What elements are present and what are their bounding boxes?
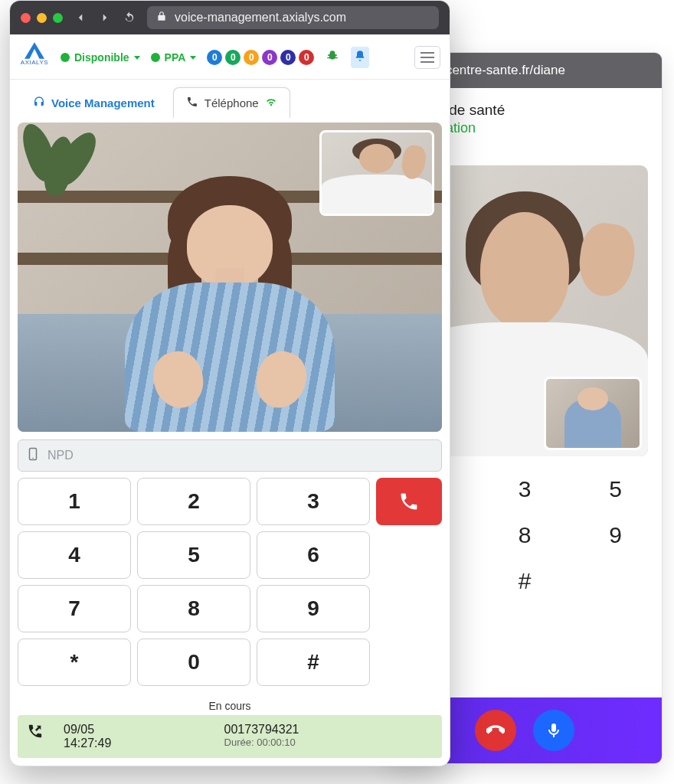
traffic-lights[interactable] xyxy=(21,13,63,23)
pip-video xyxy=(319,130,434,216)
back-pip-video xyxy=(544,377,642,450)
outgoing-call-icon xyxy=(27,723,64,743)
minimize-icon[interactable] xyxy=(37,13,47,23)
key-8[interactable]: 8 xyxy=(137,585,250,632)
call-time: 14:27:49 xyxy=(64,737,224,750)
key-9[interactable]: 9 xyxy=(257,585,370,632)
tab-voice-management[interactable]: Voice Management xyxy=(21,87,167,118)
key-9[interactable]: 9 xyxy=(591,522,640,548)
menu-button[interactable] xyxy=(414,46,440,69)
key-6[interactable]: 6 xyxy=(257,531,370,579)
reload-icon[interactable] xyxy=(123,11,136,24)
status-dot-icon xyxy=(61,53,70,62)
url-bar[interactable]: voice-management.axialys.com xyxy=(147,6,439,29)
status-available-label: Disponible xyxy=(74,51,129,64)
status-ppa[interactable]: PPA xyxy=(151,51,197,64)
key-1[interactable]: 1 xyxy=(18,478,131,525)
key-hash[interactable]: # xyxy=(257,639,370,686)
svg-point-1 xyxy=(32,458,34,459)
bug-icon[interactable] xyxy=(325,48,340,67)
key-0[interactable]: 0 xyxy=(137,639,250,686)
key-5[interactable]: 5 xyxy=(137,531,250,579)
wifi-icon xyxy=(265,96,277,110)
lock-icon xyxy=(156,11,167,24)
phone-icon xyxy=(186,96,198,110)
brand-logo[interactable]: AXIALYS xyxy=(19,42,50,73)
key-5[interactable]: 5 xyxy=(591,476,640,502)
notification-icon[interactable] xyxy=(351,47,369,68)
badge-5[interactable]: 0 xyxy=(299,50,314,65)
device-icon xyxy=(26,446,40,466)
key-hash[interactable]: # xyxy=(500,568,550,594)
key-3[interactable]: 3 xyxy=(500,476,550,502)
status-available[interactable]: Disponible xyxy=(61,51,140,64)
key-8[interactable]: 8 xyxy=(500,522,550,548)
url-text: voice-management.axialys.com xyxy=(175,11,346,24)
call-duration-value: 00:00:10 xyxy=(257,737,296,748)
badge-0[interactable]: 0 xyxy=(207,50,222,65)
key-2[interactable]: 2 xyxy=(137,478,250,525)
key-7[interactable]: 7 xyxy=(18,585,131,632)
main-tabs: Voice Management Téléphone xyxy=(10,80,450,118)
badge-2[interactable]: 0 xyxy=(244,50,259,65)
status-dot-icon xyxy=(151,53,160,62)
fullscreen-icon[interactable] xyxy=(53,13,63,23)
key-3[interactable]: 3 xyxy=(257,478,370,525)
headset-icon xyxy=(33,96,45,110)
mic-button[interactable] xyxy=(533,710,574,751)
tab-voice-label: Voice Management xyxy=(51,96,155,109)
close-icon[interactable] xyxy=(21,13,31,23)
dialpad: 1 2 3 4 5 6 7 8 9 * 0 # xyxy=(18,478,370,686)
app-toolbar: AXIALYS Disponible PPA 0 0 0 0 0 0 xyxy=(10,34,450,80)
hangup-button[interactable] xyxy=(376,478,442,525)
chevron-down-icon xyxy=(190,56,196,60)
call-duration-label: Durée: xyxy=(224,737,254,748)
dial-input[interactable]: NPD xyxy=(18,439,442,472)
badge-3[interactable]: 0 xyxy=(262,50,277,65)
call-number: 00173794321 xyxy=(224,723,433,737)
chevron-down-icon xyxy=(134,56,140,60)
ongoing-call-card[interactable]: 09/05 14:27:49 00173794321 Durée: 00:00:… xyxy=(18,715,442,758)
hangup-button[interactable] xyxy=(475,710,516,751)
voice-management-window: voice-management.axialys.com AXIALYS Dis… xyxy=(9,0,450,766)
key-star[interactable]: * xyxy=(18,639,131,686)
key-4[interactable]: 4 xyxy=(18,531,131,579)
forward-icon[interactable] xyxy=(98,11,112,24)
status-ppa-label: PPA xyxy=(165,51,186,64)
call-date: 09/05 xyxy=(64,723,224,737)
main-video xyxy=(18,122,442,432)
ongoing-call-title: En cours xyxy=(18,697,442,715)
dial-placeholder: NPD xyxy=(47,449,74,462)
window-titlebar: voice-management.axialys.com xyxy=(10,1,450,34)
brand-label: AXIALYS xyxy=(21,59,48,66)
tab-telephone[interactable]: Téléphone xyxy=(173,87,290,118)
back-icon[interactable] xyxy=(74,11,87,24)
badge-4[interactable]: 0 xyxy=(280,50,296,65)
badge-1[interactable]: 0 xyxy=(225,50,240,65)
counter-badges: 0 0 0 0 0 0 xyxy=(207,50,314,65)
tab-phone-label: Téléphone xyxy=(204,96,259,109)
ongoing-call-section: En cours 09/05 14:27:49 00173794321 Duré… xyxy=(18,697,442,758)
